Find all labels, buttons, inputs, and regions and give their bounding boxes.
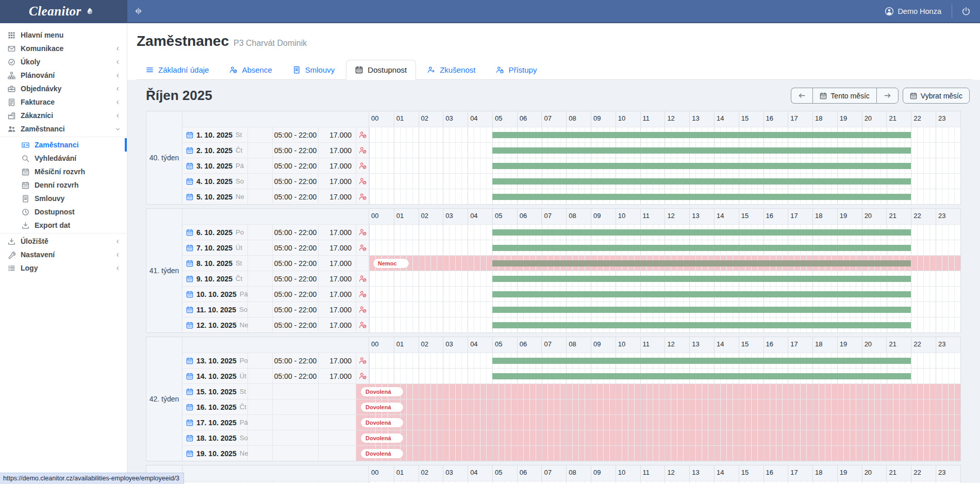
hour-label: 23 [936,465,960,481]
person-slash-icon[interactable] [359,306,367,313]
document-icon [293,66,301,74]
person-slash-icon[interactable] [359,162,367,170]
availability-panel: Říjen 2025 Tento měsíc [127,80,980,483]
calendar-date-icon [186,404,193,411]
time-range-cell: 05:00 - 22:00 [273,369,319,383]
this-month-button[interactable]: Tento měsíc [812,88,876,104]
previous-month-button[interactable] [791,88,812,104]
sidebar-item-mesicni-rozvrh[interactable]: Měsíční rozvrh [0,165,127,178]
hour-header: 0001020304050607080910111213141516171819… [369,337,960,353]
sidebar-submenu-zamestnanci: ZaměstnanciVyhledáváníMěsíční rozvrhDenn… [0,137,127,233]
date-text: 15. 10. 2025 [196,388,237,396]
hour-label: 06 [517,111,542,127]
row-actions [248,384,273,399]
person-slash-icon[interactable] [359,146,367,154]
person-slash-icon[interactable] [359,275,367,282]
next-month-button[interactable] [876,88,899,104]
tab-zkusenost[interactable]: Zkušenost [418,60,485,80]
sidebar-item-ukoly[interactable]: Úkoly [0,55,127,69]
sidebar-item-nastaveni[interactable]: Nastavení [0,248,127,261]
person-slash-icon[interactable] [359,290,367,298]
sidebar-item-uloziste[interactable]: Úložiště [0,235,127,248]
sidebar-item-vyhledavani[interactable]: Vyhledávání [0,152,127,165]
sidebar-collapse-button[interactable] [134,7,143,15]
hour-label: 11 [640,465,665,481]
hour-label: 04 [468,111,492,127]
hour-label: 09 [591,337,616,353]
sidebar-item-label: Vyhledávání [35,154,76,162]
value-cell [319,430,356,445]
person-cell [356,353,369,368]
hour-label: 18 [812,465,837,481]
day-row: 12. 10. 2025Ne05:00 - 22:0017.000 [182,317,960,332]
brand-logo[interactable]: Cleanitor [0,0,127,22]
sidebar-item-smlouvy[interactable]: Smlouvy [0,192,127,205]
timeline-cell [369,158,960,173]
calendar-date-icon [186,244,193,252]
value-cell: 17.000 [319,127,356,142]
arrow-left-icon [798,92,806,99]
absence-badge: Dovolená [361,418,403,427]
sidebar-item-zakaznici[interactable]: Zákazníci [0,109,127,122]
hour-header-row: 0001020304050607080910111213141516171819… [182,209,960,224]
user-menu[interactable]: Demo Honza [885,7,941,16]
week-block: 41. týden0001020304050607080910111213141… [146,208,961,333]
person-cell [356,158,369,173]
timeline-cell: Dovolená [369,446,960,461]
value-cell: 17.000 [319,318,356,332]
date-text: 3. 10. 2025 [196,162,232,170]
pick-month-button[interactable]: Vybrat měsíc [903,88,970,104]
logout-button[interactable] [961,7,971,16]
sidebar-item-logy[interactable]: Logy [0,261,127,275]
person-slash-icon[interactable] [359,228,367,236]
hour-header: 0001020304050607080910111213141516171819… [369,111,960,127]
row-actions [248,127,273,142]
sidebar-item-dostupnost[interactable]: Dostupnost [0,205,127,219]
date-text: 1. 10. 2025 [196,131,232,139]
sidebar-item-label: Nastavení [21,251,55,259]
sidebar-item-denni-rozvrh[interactable]: Denní rozvrh [0,178,127,192]
person-cell [356,127,369,142]
tab-zakladni-udaje[interactable]: Základní údaje [137,60,218,80]
row-actions [248,225,273,240]
tab-pristupy[interactable]: Přístupy [487,60,546,80]
value-cell: 17.000 [319,143,356,158]
sidebar-item-export-dat[interactable]: Export dat [0,219,127,232]
sidebar-item-objednavky[interactable]: Objednávky [0,82,127,95]
tab-smlouvy[interactable]: Smlouvy [284,60,344,80]
date-cell: 15. 10. 2025St [182,384,248,399]
sidebar-item-planovani[interactable]: Plánování [0,69,127,82]
chevron-left-icon [115,239,121,244]
sidebar-item-fakturace[interactable]: Fakturace [0,95,127,109]
person-slash-icon[interactable] [359,193,367,201]
hour-label: 09 [591,111,616,127]
timeline-cell [369,174,960,189]
time-range-cell [273,384,319,399]
week-rows: 0001020304050607080910111213141516171819… [182,337,960,461]
day-row: 8. 10. 2025St05:00 - 22:0017.000Nemoc [182,255,960,271]
person-slash-icon[interactable] [359,357,367,364]
value-cell [319,399,356,414]
person-slash-icon[interactable] [359,177,367,185]
person-slash-icon[interactable] [359,131,367,139]
hour-header-spacer [182,209,369,224]
row-actions [248,481,273,483]
person-slash-icon[interactable] [359,244,367,252]
sidebar-item-hlavni-menu[interactable]: Hlavní menu [0,28,127,42]
day-row: 20. 10. 2025Po05:00 - 22:0017.000 [182,481,960,483]
hour-label: 06 [517,465,542,481]
tab-dostupnost[interactable]: Dostupnost [346,60,416,80]
person-slash-icon[interactable] [359,372,367,380]
check-circle-icon [8,58,15,66]
person-slash-icon[interactable] [359,321,367,329]
date-cell: 14. 10. 2025Út [182,369,248,383]
sidebar-item-komunikace[interactable]: Komunikace [0,42,127,55]
date-cell: 13. 10. 2025Po [182,353,248,368]
date-cell: 20. 10. 2025Po [182,481,248,483]
calendar-date-icon [186,322,193,329]
sidebar-item-zamestnanci[interactable]: Zaměstnanci [0,138,127,152]
tab-absence[interactable]: Absence [220,60,281,80]
date-text: 16. 10. 2025 [196,403,237,411]
day-of-week: Út [240,372,246,380]
sidebar-item-zamestnanci[interactable]: Zaměstnanci [0,122,127,136]
